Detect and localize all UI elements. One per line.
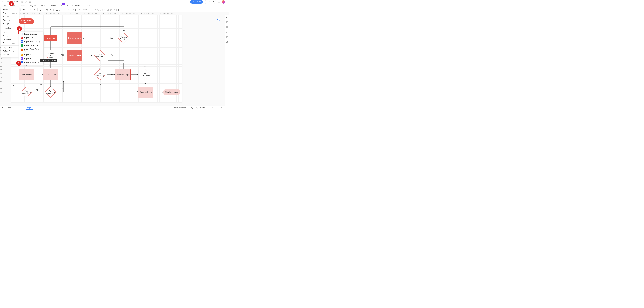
file-menu-item[interactable]: Default Setting [1,49,19,53]
fill-panel-icon[interactable] [226,16,228,19]
focus-play-icon[interactable] [196,107,198,109]
menu-layout[interactable]: Layout [30,5,36,7]
save-icon[interactable] [21,1,23,3]
back-icon[interactable] [94,8,96,11]
zoom-level[interactable]: 85% [212,107,215,109]
export-panel-icon[interactable] [226,21,228,24]
shape-order-tooling[interactable]: Order tooling [43,69,58,80]
font-select[interactable] [20,8,31,11]
shape-rework-possible[interactable]: Rework Possible? [118,32,129,44]
line-weight-icon[interactable]: ▾ [84,8,87,11]
focus-label[interactable]: Focus [200,107,205,109]
bold-icon[interactable]: B [39,8,42,11]
star-icon[interactable] [29,1,31,3]
menu-insert[interactable]: Insert [20,5,25,7]
connector-icon[interactable] [74,8,77,11]
svg-rect-21 [228,27,228,28]
ungroup-icon[interactable] [100,8,103,11]
zoom-out-icon[interactable]: − [207,107,210,109]
align-icon[interactable] [56,8,58,11]
shape-pass-inspection-1[interactable]: Pass inspection? [94,50,106,61]
menu-plugin[interactable]: Plugin [85,5,90,7]
comments-panel-icon[interactable] [226,31,228,33]
floating-anchor-icon[interactable] [217,18,220,21]
file-menu-item[interactable]: Home [1,8,19,11]
file-menu-item[interactable]: Share [1,34,19,38]
shape-machine-usage-1[interactable]: Machine usage [67,50,82,61]
size-select[interactable] [32,8,36,11]
tools-icon[interactable]: ✕ [113,8,116,11]
underline-icon[interactable]: U [46,8,48,11]
export-menu-item[interactable]: XExport Excel (.xlsx) [19,43,43,47]
file-menu-item[interactable]: Rename [1,18,19,22]
export-menu-item[interactable]: WExport Word (.docx) [19,40,43,43]
file-menu-item[interactable]: Add star [1,53,19,56]
page-tab[interactable]: Page-1 [26,106,33,110]
file-menu-item[interactable]: Download [1,38,19,41]
pages-icon[interactable] [2,107,4,109]
menu-symbol[interactable]: Symbol [50,5,56,7]
export-menu-item[interactable]: PExport PDF [19,36,43,40]
shape-count: Number of shapes: 33 [172,107,189,109]
pencil-icon[interactable] [71,8,74,11]
share-button[interactable]: Share [204,0,216,4]
export-menu-item[interactable]: SExport SVG [19,53,43,57]
menu-file[interactable]: File [3,5,6,7]
file-menu-item[interactable]: Export▸ [1,31,19,34]
lock-icon[interactable] [110,8,112,11]
zoom-dropdown-icon[interactable]: ▾ [218,107,218,109]
valign-icon[interactable] [59,8,61,11]
shape-post-processing-1[interactable]: Post Processing [94,69,106,80]
avatar-dropdown-icon[interactable]: ▾ [227,1,228,3]
italic-icon[interactable]: I [42,8,45,11]
shape-post-processing-2[interactable]: Post Processing [140,69,151,80]
shape-pass-inspection-3[interactable]: Pass inspection? [45,87,56,98]
shape-pass-inspection-2[interactable]: Pass inspection? [21,87,32,98]
effects-icon[interactable]: ✦ [103,8,106,11]
external-link-icon[interactable] [25,1,27,3]
shape-clean-and-pack[interactable]: Clean and pack [138,87,153,98]
menu-ai[interactable]: AIhot [60,5,62,7]
help-icon[interactable]: ? [218,1,220,3]
file-menu-item[interactable]: Encrypt [1,22,19,25]
file-menu-item[interactable]: Import Data [1,26,19,30]
apps-panel-icon[interactable] [226,26,228,29]
page-select-dropdown-icon[interactable]: ▾ [20,107,20,109]
add-page-button[interactable]: + [22,107,24,109]
fullscreen-icon[interactable] [225,107,228,109]
file-menu-item[interactable]: PrintCtrl+P [1,41,19,45]
menu-view[interactable]: View [41,5,44,7]
export-menu-item[interactable]: 🖼Export Graphics [19,32,43,36]
shape-order-material[interactable]: Order material [19,69,34,80]
export-menu-item[interactable]: PExport PowerPoint (.pptx) [19,47,43,53]
history-panel-icon[interactable] [226,41,228,43]
zoom-in-icon[interactable]: + [220,107,223,109]
shape-machine-usage-2[interactable]: Machine usage [115,69,130,80]
export-menu-item[interactable]: VExport Visio (.vsdx) [19,60,43,64]
back-icon[interactable] [2,1,4,3]
file-menu-item[interactable]: Save As▸ [1,15,19,18]
shape-scrap-parts[interactable]: Scrap Parts [44,35,57,41]
shape-corrective-action[interactable]: Corrective action [67,32,82,44]
front-icon[interactable] [90,8,93,11]
export-menu-item[interactable]: HExport Html [19,57,43,60]
file-menu-item[interactable]: Page SetupF6 [1,46,19,49]
fill-icon[interactable] [68,8,71,11]
shape-submit-purchase-order[interactable]: Submit Purchase order [19,18,34,24]
highlight-icon[interactable]: T [52,8,55,11]
text-tool-icon[interactable]: T [65,8,68,11]
avatar[interactable] [222,0,225,3]
arrow-start-icon[interactable]: ▾ [81,8,84,11]
notes-panel-icon[interactable] [226,36,228,38]
group-icon[interactable] [97,8,100,11]
file-menu-item[interactable]: SaveCtrl+S [1,11,19,15]
shape-ship-to-customer[interactable]: Ship to customer [163,89,180,95]
crop-icon[interactable] [106,8,109,11]
layers-status-icon[interactable] [191,107,194,109]
publish-button[interactable]: Publish [190,0,203,3]
line-style-icon[interactable]: ▾ [78,8,80,11]
menu-search[interactable]: Search Feature [67,5,80,7]
page-select[interactable]: Page-1 [6,107,18,109]
font-color-icon[interactable]: A [49,8,52,11]
diagram-icon[interactable] [116,8,119,11]
